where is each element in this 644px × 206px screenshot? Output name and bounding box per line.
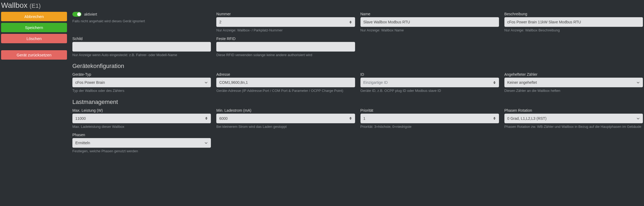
phases-hint: Festlegen, welche Phasen genutzt werden [72,149,211,154]
priority-value[interactable] [363,114,496,123]
sign-hint: Nur Anzeige wenn Auto eingesteckt: z.B. … [72,53,211,57]
section-load-management: Lastmanagement [72,99,643,106]
max-power-value[interactable] [75,114,208,123]
device-type-label: Geräte-Typ [72,72,211,77]
chevron-down-icon [204,141,208,145]
chevron-down-icon [636,81,640,84]
address-hint: Geräte-Adresse (IP Addresse:Port / COM P… [216,88,355,93]
max-power-hint: Max. Ladeleistung dieser Wallbox [72,124,211,129]
priority-label: Priorität [360,108,499,113]
delete-button[interactable]: Löschen [1,34,67,43]
phases-select[interactable]: Ermitteln [72,138,211,148]
device-type-value: cFos Power Brain [75,80,204,85]
pinned-meter-hint: Diesen Zähler an die Wallbox heften [504,88,643,93]
name-hint: Nur Anzeige: Wallbox Name [360,28,499,33]
description-hint: Nur Anzeige: Wallbox Beschreibung [504,28,643,33]
priority-input[interactable] [360,114,499,123]
number-input[interactable] [216,17,355,27]
sign-label: Schild [72,37,211,41]
min-current-hint: Bei kleinerem Strom wird das Laden gesto… [216,124,355,129]
page-title-sub: (E1) [29,2,41,9]
id-hint: Geräte ID, z.B. OCPP plug ID oder Modbus… [360,88,499,93]
activated-hint: Falls nicht angehakt wird dieses Gerät i… [72,19,211,24]
description-value[interactable] [507,17,640,27]
address-value[interactable] [219,78,352,87]
page-title-main: Wallbox [1,1,28,9]
pinned-meter-select[interactable]: Keiner angeheftet [504,78,643,87]
id-value[interactable] [363,78,496,87]
id-input[interactable] [360,78,499,87]
phases-value: Ermitteln [75,141,204,145]
activated-label: aktiviert [84,12,97,16]
min-current-value[interactable] [219,114,352,123]
sidebar: Abbrechen Speichern Löschen Gerät zurück… [1,12,67,157]
address-input[interactable] [216,78,355,87]
cancel-button[interactable]: Abbrechen [1,12,67,21]
address-label: Adresse [216,72,355,77]
max-power-input[interactable] [72,114,211,123]
name-input[interactable] [360,17,499,27]
description-label: Beschreibung [504,12,643,16]
priority-hint: Priorität: 3=höchste, 0=niedrigste [360,124,499,129]
chevron-down-icon [204,81,208,84]
phase-rotation-select[interactable]: 0 Grad, L1,L2,L3 (RST) [504,114,643,123]
stepper-icon[interactable] [493,78,497,87]
save-button[interactable]: Speichern [1,23,67,32]
activated-toggle[interactable] [72,12,81,17]
phase-rotation-label: Phasen Rotation [504,108,643,113]
phase-rotation-hint: Phasen Rotation zw. WB-Zähler und Wallbo… [504,124,643,129]
sign-input[interactable] [72,42,211,52]
rfid-input[interactable] [216,42,355,52]
stepper-icon[interactable] [349,114,353,123]
number-label: Nummer [216,12,355,16]
rfid-label: Feste RFID [216,37,355,41]
page-title: Wallbox (E1) [1,1,643,10]
max-power-label: Max. Leistung (W) [72,108,211,113]
min-current-input[interactable] [216,114,355,123]
chevron-down-icon [636,117,640,120]
device-type-hint: Typ der Wallbox oder des Zählers [72,88,211,93]
stepper-icon[interactable] [349,17,353,27]
stepper-icon[interactable] [205,114,209,123]
pinned-meter-value: Keiner angeheftet [507,80,636,85]
device-type-select[interactable]: cFos Power Brain [72,78,211,87]
section-device-config: Gerätekonfiguration [72,63,643,70]
name-value[interactable] [363,17,496,27]
number-hint: Nur Anzeige: Wallbox- / Parkplatz-Nummer [216,28,355,33]
main: aktiviert Falls nicht angehakt wird dies… [72,12,643,157]
number-value[interactable] [219,17,352,27]
stepper-icon[interactable] [493,114,497,123]
description-input[interactable] [504,17,643,27]
rfid-hint: Diese RFID verwenden solange keine ander… [216,53,355,57]
min-current-label: Min. Ladestrom (mA) [216,108,355,113]
phases-label: Phasen [72,133,211,137]
pinned-meter-label: Angehefteter Zähler [504,72,643,77]
id-label: ID [360,72,499,77]
reset-device-button[interactable]: Gerät zurücksetzen [1,50,67,60]
name-label: Name [360,12,499,16]
sign-value[interactable] [75,42,208,51]
phase-rotation-value: 0 Grad, L1,L2,L3 (RST) [507,116,636,121]
rfid-value[interactable] [219,42,352,51]
